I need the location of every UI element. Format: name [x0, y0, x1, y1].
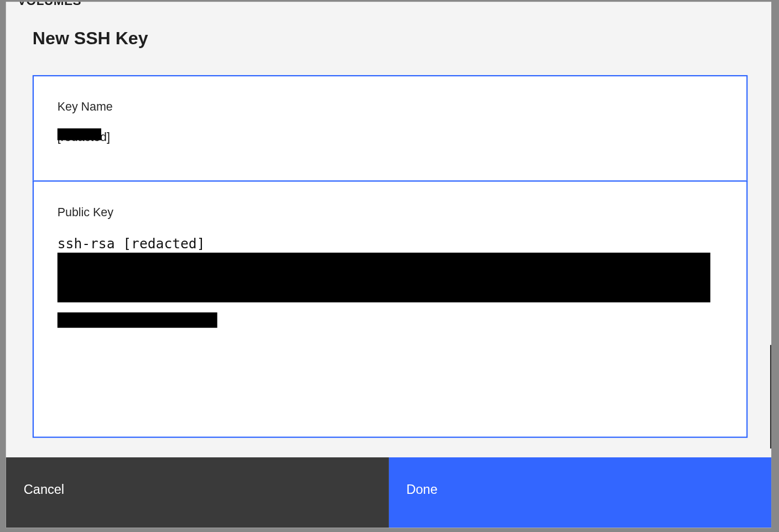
done-button[interactable]: Done — [388, 457, 771, 528]
public-key-label: Public Key — [58, 205, 723, 219]
key-name-field-group: Key Name — [33, 75, 747, 182]
dialog-actions: Cancel Done — [6, 457, 771, 528]
redaction-bar — [58, 128, 101, 140]
key-name-label: Key Name — [58, 100, 723, 114]
new-ssh-key-dialog: Volumes New SSH Key Key Name Public Key — [6, 2, 771, 528]
redaction-bar — [58, 253, 710, 302]
key-name-input[interactable] — [58, 130, 723, 144]
scrollbar-hint — [770, 345, 771, 448]
dialog-title: New SSH Key — [33, 28, 747, 48]
public-key-field-group: Public Key — [33, 180, 747, 437]
done-button-label: Done — [406, 482, 437, 498]
cancel-button[interactable]: Cancel — [6, 457, 389, 528]
redaction-bar — [58, 312, 217, 328]
cancel-button-label: Cancel — [24, 482, 64, 498]
